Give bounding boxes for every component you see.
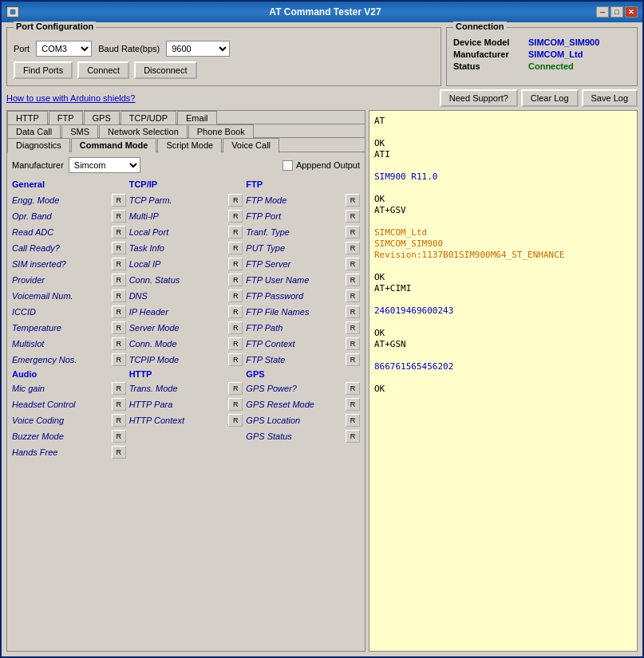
item-ftp-context: FTP Context R [246,337,360,350]
item-http-context: HTTP Context R [129,414,243,427]
r-gps-power[interactable]: R [346,382,360,395]
close-button[interactable]: ✕ [625,6,638,18]
port-select[interactable]: COM3COM1COM2COM4 [36,41,92,57]
r-conn-status[interactable]: R [228,274,243,286]
disconnect-button[interactable]: Disconnect [134,61,196,79]
log-line [374,127,632,137]
r-ftp-server[interactable]: R [346,258,360,270]
r-ftp-filenames[interactable]: R [346,305,360,318]
tab-http[interactable]: HTTP [7,111,48,124]
r-server-mode[interactable]: R [228,321,243,334]
r-engg-mode[interactable]: R [112,194,126,207]
r-ftp-mode[interactable]: R [346,194,360,207]
r-http-context[interactable]: R [228,414,243,427]
tab-diagnostics[interactable]: Diagnostics [7,138,70,152]
r-trans-mode[interactable]: R [228,382,243,395]
r-dns[interactable]: R [228,290,243,302]
r-put-type[interactable]: R [346,242,360,254]
r-ftp-user[interactable]: R [346,274,360,286]
window-controls: ─ □ ✕ [596,6,638,18]
tab-command-mode[interactable]: Command Mode [71,138,157,152]
device-model-value: SIMCOM_SIM900 [528,37,599,47]
tcpip-col: TCP/IP TCP Parm. R Multi-IP R Local Port [129,179,243,462]
tab-datacall[interactable]: Data Call [7,124,61,138]
tab-email[interactable]: Email [177,111,217,124]
r-multislot[interactable]: R [112,337,126,350]
item-server-mode: Server Mode R [129,321,243,334]
r-tranf-type[interactable]: R [346,226,360,238]
clear-save-row: Clear Log Save Log [521,89,638,107]
tab-phone-book[interactable]: Phone Book [188,124,254,138]
r-tcp-parm[interactable]: R [228,194,243,207]
r-mic-gain[interactable]: R [112,382,126,395]
log-line: 246019469600243 [374,305,632,316]
append-checkbox[interactable] [282,160,293,171]
log-line: AT+GSN [374,339,632,349]
r-hands-free[interactable]: R [112,446,126,459]
r-opr-band[interactable]: R [112,210,126,223]
connection-title: Connection [453,22,507,31]
r-multi-ip[interactable]: R [228,210,243,223]
minimize-button[interactable]: ─ [596,6,609,18]
title-bar: AT Command Tester V27 ─ □ ✕ [2,2,642,22]
tab-voice-call[interactable]: Voice Call [223,138,279,152]
r-ip-header[interactable]: R [228,305,243,318]
tab-ftp[interactable]: FTP [49,111,83,124]
r-ftp-port[interactable]: R [346,210,360,223]
r-ftp-context[interactable]: R [346,337,360,350]
item-ftp-filenames: FTP File Names R [246,305,360,318]
maximize-button[interactable]: □ [610,6,623,18]
item-temperature: Temperature R [12,321,126,334]
clear-log-button[interactable]: Clear Log [521,89,579,107]
r-task-info[interactable]: R [228,242,243,254]
tab-tcpudp[interactable]: TCP/UDP [121,111,176,124]
item-multislot: Multislot R [12,337,126,350]
r-buzzer[interactable]: R [112,430,126,443]
r-gps-status[interactable]: R [346,430,360,443]
item-ftp-path: FTP Path R [246,321,360,334]
r-sim-inserted[interactable]: R [112,258,126,270]
r-local-ip[interactable]: R [228,258,243,270]
need-support-button[interactable]: Need Support? [440,89,518,107]
save-log-button[interactable]: Save Log [582,89,638,107]
r-http-para[interactable]: R [228,398,243,411]
r-emergency[interactable]: R [112,353,126,366]
baud-select[interactable]: 9600192003840057600115200 [166,41,230,57]
r-call-ready[interactable]: R [112,242,126,254]
tab-gps[interactable]: GPS [84,111,120,124]
r-read-adc[interactable]: R [112,226,126,238]
r-provider[interactable]: R [112,274,126,286]
item-headset: Headset Control R [12,398,126,411]
port-buttons: Find Ports Connect Disconnect [14,61,434,79]
r-tcpip-mode[interactable]: R [228,353,243,366]
r-gps-location[interactable]: R [346,414,360,427]
r-ftp-path[interactable]: R [346,321,360,334]
r-ftp-password[interactable]: R [346,290,360,302]
arduino-link[interactable]: How to use with Arduino shields? [6,93,135,103]
tab-network-selection[interactable]: Network Selection [99,124,188,138]
r-voicemail[interactable]: R [112,290,126,302]
manufacturer-select[interactable]: Simcom [69,157,140,173]
tab-sms[interactable]: SMS [61,124,98,138]
r-temperature[interactable]: R [112,321,126,334]
gps-section-header: GPS [246,369,360,379]
log-line: ATI [374,149,632,160]
r-gps-reset[interactable]: R [346,398,360,411]
r-iccid[interactable]: R [112,305,126,318]
device-model-row: Device Model SIMCOM_SIM900 [453,37,630,47]
r-voice-coding[interactable]: R [112,414,126,427]
log-line: OK [374,272,632,282]
r-local-port[interactable]: R [228,226,243,238]
log-line: AT+GSV [374,205,632,215]
item-provider: Provider R [12,274,126,286]
r-conn-mode[interactable]: R [228,337,243,350]
item-ip-header: IP Header R [129,305,243,318]
item-buzzer: Buzzer Mode R [12,430,126,443]
connect-button[interactable]: Connect [77,61,129,79]
find-ports-button[interactable]: Find Ports [14,61,73,79]
log-line [374,350,632,361]
item-ftp-state: FTP State R [246,353,360,366]
r-headset[interactable]: R [112,398,126,411]
tab-script-mode[interactable]: Script Mode [157,138,222,152]
r-ftp-state[interactable]: R [346,353,360,366]
